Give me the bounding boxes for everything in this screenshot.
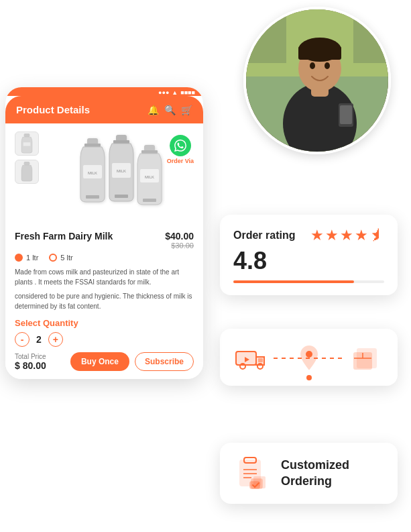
star-half: ⯨ — [369, 227, 384, 244]
box-icon — [347, 342, 384, 372]
customized-ordering-card: Customized Ordering — [220, 443, 398, 504]
svg-rect-20 — [86, 195, 99, 199]
star-3: ★ — [340, 227, 353, 244]
svg-point-9 — [310, 62, 315, 69]
tracking-progress-dot — [306, 375, 312, 380]
svg-rect-30 — [143, 199, 156, 202]
svg-rect-11 — [246, 9, 286, 63]
qty-minus-button[interactable]: - — [15, 332, 30, 347]
thumb-2[interactable] — [15, 160, 39, 184]
whatsapp-badge[interactable]: Order Via — [167, 135, 194, 164]
subscribe-button[interactable]: Subscribe — [135, 352, 194, 371]
svg-rect-14 — [23, 142, 31, 146]
buy-once-button[interactable]: Buy Once — [70, 352, 129, 371]
total-row: Total Price $ 80.00 Buy Once Subscribe — [15, 352, 194, 371]
rating-header: Order rating ★ ★ ★ ★ ⯨ — [233, 227, 384, 244]
svg-rect-15 — [24, 162, 30, 165]
svg-text:MILK: MILK — [87, 171, 97, 175]
svg-rect-6 — [298, 46, 341, 60]
search-icon[interactable]: 🔍 — [164, 105, 176, 115]
current-price: $40.00 — [165, 231, 194, 242]
product-desc-1: Made from cows milk and pasteurized in s… — [15, 267, 194, 287]
action-buttons: Buy Once Subscribe — [70, 352, 194, 371]
star-4: ★ — [355, 227, 368, 244]
radio-1ltr-dot — [15, 254, 23, 262]
rating-title: Order rating — [233, 229, 295, 242]
option-5ltr[interactable]: 5 ltr — [49, 254, 72, 262]
svg-point-37 — [306, 351, 312, 358]
quantity-row: - 2 + — [15, 332, 194, 347]
svg-rect-33 — [258, 358, 263, 362]
profile-photo — [243, 7, 391, 154]
total-label: Total Price — [15, 353, 46, 360]
old-price: $30.00 — [165, 242, 194, 250]
customized-ordering-icon — [233, 455, 270, 492]
tracking-card — [220, 329, 398, 386]
pin-icon — [290, 342, 327, 372]
rating-bar — [233, 280, 384, 283]
stars-row: ★ ★ ★ ★ ⯨ — [310, 227, 384, 244]
svg-rect-13 — [24, 134, 30, 137]
radio-options: 1 ltr 5 ltr — [15, 254, 194, 262]
customized-ordering-title: Customized Ordering — [281, 458, 384, 489]
product-images-row: MILK MILK — [15, 131, 194, 225]
svg-rect-22 — [113, 140, 129, 144]
product-name: Fresh Farm Dairy Milk — [15, 231, 113, 242]
svg-point-10 — [325, 62, 330, 69]
whatsapp-icon[interactable] — [170, 135, 191, 156]
header-icons: 🔔 🔍 🛒 — [148, 105, 192, 115]
option-1ltr[interactable]: 1 ltr — [15, 254, 38, 262]
truck-icon — [233, 342, 270, 372]
star-2: ★ — [325, 227, 339, 244]
phone-card: ●●● ▲ ■■■■ Product Details 🔔 🔍 🛒 — [5, 87, 203, 379]
product-desc-2: considered to be pure and hygienic. The … — [15, 291, 194, 311]
rating-bar-fill — [233, 280, 354, 283]
thumb-1[interactable] — [15, 131, 39, 156]
svg-rect-12 — [353, 9, 388, 63]
rating-card: Order rating ★ ★ ★ ★ ⯨ 4.8 — [220, 215, 398, 295]
select-quantity-label: Select Quantity — [15, 318, 194, 328]
total-price-block: Total Price $ 80.00 — [15, 353, 46, 371]
star-1: ★ — [310, 227, 324, 244]
cart-icon[interactable]: 🛒 — [181, 105, 192, 115]
product-title-row: Fresh Farm Dairy Milk $40.00 $30.00 — [15, 231, 194, 250]
svg-rect-8 — [340, 105, 352, 124]
phone-header-title: Product Details — [16, 104, 90, 115]
phone-body: MILK MILK — [5, 123, 203, 379]
phone-header: Product Details 🔔 🔍 🛒 — [5, 96, 203, 123]
svg-rect-25 — [115, 195, 128, 198]
qty-value-display: 2 — [36, 334, 42, 345]
main-scene: ●●● ▲ ■■■■ Product Details 🔔 🔍 🛒 — [0, 0, 411, 532]
svg-rect-27 — [141, 150, 158, 154]
rating-score: 4.8 — [233, 247, 384, 275]
radio-5ltr-dot — [49, 254, 57, 262]
price-block: $40.00 $30.00 — [165, 231, 194, 250]
qty-plus-button[interactable]: + — [48, 332, 63, 347]
svg-text:MILK: MILK — [116, 169, 125, 173]
thumbnail-list — [15, 131, 39, 184]
status-bar: ●●● ▲ ■■■■ — [5, 87, 203, 96]
svg-rect-17 — [84, 144, 101, 147]
bottles-group: MILK MILK — [66, 131, 174, 225]
bell-icon[interactable]: 🔔 — [148, 105, 159, 115]
order-via-label: Order Via — [167, 158, 194, 164]
tracking-row — [233, 342, 384, 372]
person-image — [246, 9, 388, 152]
svg-text:MILK: MILK — [144, 175, 154, 179]
option-1ltr-label: 1 ltr — [26, 254, 38, 262]
total-amount: $ 80.00 — [15, 360, 46, 371]
option-5ltr-label: 5 ltr — [60, 254, 72, 262]
main-product-image: MILK MILK — [46, 131, 194, 225]
